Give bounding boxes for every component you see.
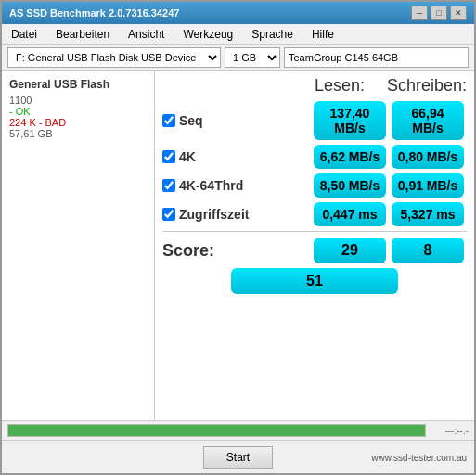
size-select[interactable]: 1 GB: [225, 47, 280, 68]
status-ok: - OK: [9, 106, 147, 117]
read-header: Lesen:: [311, 76, 383, 96]
menu-hilfe[interactable]: Hilfe: [308, 27, 338, 42]
menu-datei[interactable]: Datei: [7, 27, 41, 42]
right-panel: Lesen: Schreiben: Seq 137,40 MB/s 66,94 …: [155, 71, 474, 420]
title-buttons: ─ □ ✕: [411, 6, 467, 20]
write-header: Schreiben:: [383, 76, 467, 96]
bottom-bar: Start www.ssd-tester.com.au: [2, 440, 474, 473]
maximize-button[interactable]: □: [431, 6, 447, 20]
label-4k64: 4K-64Thrd: [162, 178, 311, 193]
toolbar: F: General USB Flash Disk USB Device 1 G…: [2, 45, 474, 71]
4k64-read-value: 8,50 MB/s: [314, 173, 386, 198]
status-bad: 224 K - BAD: [9, 117, 147, 128]
4k-write-value: 0,80 MB/s: [392, 145, 464, 169]
score-section: Score: 29 8 51: [162, 231, 467, 294]
watermark: www.ssd-tester.com.au: [371, 453, 467, 463]
checkbox-access[interactable]: [162, 208, 175, 221]
checkbox-4k[interactable]: [162, 150, 175, 163]
label-access: Zugriffszeit: [162, 207, 311, 222]
progress-row: ---:--.-: [2, 420, 474, 440]
menu-bearbeiten[interactable]: Bearbeiten: [52, 27, 113, 42]
drive-name-input[interactable]: [284, 47, 469, 68]
seq-read-value: 137,40 MB/s: [314, 101, 386, 140]
time-label: ---:--.-: [431, 426, 469, 436]
checkbox-4k64[interactable]: [162, 179, 175, 192]
4k-read-value: 6,62 MB/s: [314, 145, 386, 169]
score-row: Score: 29 8: [162, 238, 467, 263]
minimize-button[interactable]: ─: [411, 6, 428, 20]
bench-row-access: Zugriffszeit 0,447 ms 5,327 ms: [162, 202, 467, 226]
progress-bar-outer: [7, 424, 426, 437]
menu-ansicht[interactable]: Ansicht: [124, 27, 168, 42]
score-total-row: 51: [162, 268, 467, 294]
main-window: AS SSD Benchmark 2.0.7316.34247 ─ □ ✕ Da…: [0, 0, 476, 475]
status-size: 57,61 GB: [9, 128, 147, 139]
bench-row-seq: Seq 137,40 MB/s 66,94 MB/s: [162, 101, 467, 140]
line1: 1100: [9, 95, 147, 106]
bench-header: Lesen: Schreiben:: [162, 76, 467, 96]
score-total-value: 51: [231, 268, 398, 294]
close-button[interactable]: ✕: [450, 6, 467, 20]
seq-write-value: 66,94 MB/s: [392, 101, 464, 140]
bench-row-4k64: 4K-64Thrd 8,50 MB/s 0,91 MB/s: [162, 173, 467, 198]
label-4k: 4K: [162, 149, 311, 164]
score-label: Score:: [162, 241, 311, 261]
checkbox-seq[interactable]: [162, 114, 175, 127]
title-bar: AS SSD Benchmark 2.0.7316.34247 ─ □ ✕: [2, 2, 474, 24]
score-write-value: 8: [392, 238, 464, 263]
window-title: AS SSD Benchmark 2.0.7316.34247: [9, 7, 179, 19]
access-read-value: 0,447 ms: [314, 202, 386, 226]
bench-row-4k: 4K 6,62 MB/s 0,80 MB/s: [162, 145, 467, 169]
access-write-value: 5,327 ms: [392, 202, 464, 226]
start-button[interactable]: Start: [203, 446, 273, 469]
label-seq: Seq: [162, 113, 311, 128]
score-read-value: 29: [314, 238, 386, 263]
menu-sprache[interactable]: Sprache: [248, 27, 297, 42]
drive-label: General USB Flash: [9, 78, 147, 91]
menu-bar: Datei Bearbeiten Ansicht Werkzeug Sprach…: [2, 24, 474, 45]
progress-bar-inner: [8, 425, 425, 436]
drive-select[interactable]: F: General USB Flash Disk USB Device: [7, 47, 221, 68]
menu-werkzeug[interactable]: Werkzeug: [179, 27, 237, 42]
main-content: General USB Flash 1100 - OK 224 K - BAD …: [2, 71, 474, 420]
4k64-write-value: 0,91 MB/s: [392, 173, 464, 198]
left-panel: General USB Flash 1100 - OK 224 K - BAD …: [2, 71, 155, 420]
